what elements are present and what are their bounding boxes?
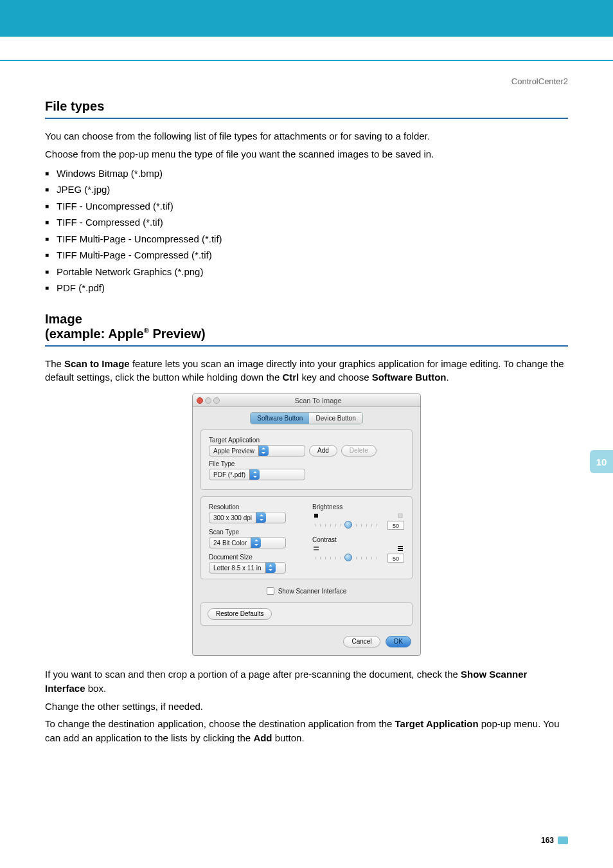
- contrast-slider[interactable]: [315, 557, 381, 559]
- file-types-intro-1: You can choose from the following list o…: [45, 129, 568, 143]
- contrast-low-icon: [312, 545, 320, 552]
- list-item: TIFF Multi-Page - Compressed (*.tif): [45, 247, 568, 264]
- restore-defaults-button[interactable]: Restore Defaults: [208, 608, 272, 620]
- after-para-2: Change the other settings, if needed.: [45, 700, 568, 714]
- close-icon[interactable]: [197, 397, 203, 404]
- minimize-icon: [205, 397, 211, 404]
- svg-rect-11: [398, 514, 402, 518]
- scan-type-label: Scan Type: [209, 529, 301, 536]
- tab-segment: Software Button Device Button: [250, 412, 362, 424]
- tab-software-button[interactable]: Software Button: [251, 413, 309, 424]
- list-item: PDF (*.pdf): [45, 280, 568, 296]
- chapter-tab: 10: [590, 450, 613, 473]
- updown-icon: [258, 446, 269, 456]
- svg-marker-5: [260, 519, 263, 521]
- list-item: TIFF Multi-Page - Uncompressed (*.tif): [45, 231, 568, 248]
- svg-marker-4: [260, 514, 263, 516]
- target-app-label: Target Application: [209, 437, 404, 444]
- contrast-value: 50: [387, 554, 404, 563]
- list-item: TIFF - Uncompressed (*.tif): [45, 198, 568, 215]
- svg-marker-1: [262, 452, 265, 454]
- resolution-select[interactable]: 300 x 300 dpi: [209, 512, 286, 523]
- sun-light-icon: [396, 512, 404, 520]
- zoom-icon: [213, 397, 220, 404]
- svg-marker-3: [253, 476, 257, 478]
- target-app-select[interactable]: Apple Preview: [209, 445, 305, 457]
- updown-icon: [251, 538, 261, 548]
- doc-size-select[interactable]: Letter 8.5 x 11 in: [209, 562, 286, 574]
- brightness-label: Brightness: [312, 503, 404, 511]
- contrast-label: Contrast: [312, 536, 404, 543]
- scan-to-image-dialog: Scan To Image Software Button Device But…: [192, 393, 421, 656]
- delete-button[interactable]: Delete: [341, 445, 377, 457]
- after-para-3: To change the destination application, c…: [45, 717, 568, 745]
- svg-rect-13: [314, 549, 319, 550]
- scan-type-select[interactable]: 24 Bit Color: [209, 537, 286, 548]
- resolution-label: Resolution: [209, 503, 301, 511]
- svg-marker-0: [262, 448, 265, 449]
- sun-dark-icon: [312, 512, 320, 520]
- file-types-list: Windows Bitmap (*.bmp) JPEG (*.jpg) TIFF…: [45, 165, 568, 296]
- section-title-image: Image (example: Apple® Preview): [45, 312, 568, 341]
- svg-rect-12: [314, 547, 319, 548]
- ok-button[interactable]: OK: [386, 636, 411, 647]
- doc-size-label: Document Size: [209, 554, 301, 561]
- header-bar: [0, 0, 613, 61]
- svg-marker-7: [254, 544, 258, 546]
- list-item: Windows Bitmap (*.bmp): [45, 165, 568, 182]
- contrast-high-icon: [396, 545, 404, 552]
- brightness-value: 50: [387, 521, 404, 530]
- svg-rect-10: [314, 514, 318, 518]
- cancel-button[interactable]: Cancel: [343, 636, 380, 647]
- svg-rect-14: [398, 546, 403, 547]
- page-decoration-icon: [558, 836, 568, 844]
- dialog-titlebar[interactable]: Scan To Image: [193, 394, 420, 407]
- show-scanner-checkbox[interactable]: [267, 587, 274, 595]
- divider: [45, 345, 568, 347]
- list-item: JPEG (*.jpg): [45, 181, 568, 198]
- list-item: TIFF - Compressed (*.tif): [45, 214, 568, 231]
- context-label: ControlCenter2: [45, 77, 568, 86]
- svg-rect-15: [398, 548, 403, 549]
- updown-icon: [256, 512, 266, 523]
- add-button[interactable]: Add: [309, 445, 337, 457]
- svg-rect-16: [398, 550, 403, 551]
- updown-icon: [265, 563, 276, 573]
- svg-marker-9: [269, 569, 272, 571]
- svg-marker-2: [253, 471, 257, 473]
- svg-marker-8: [269, 565, 272, 566]
- file-type-label: File Type: [209, 460, 404, 467]
- file-types-intro-2: Choose from the pop-up menu the type of …: [45, 147, 568, 161]
- list-item: Portable Network Graphics (*.png): [45, 264, 568, 280]
- updown-icon: [249, 469, 260, 480]
- image-intro: The Scan to Image feature lets you scan …: [45, 357, 568, 385]
- page-number: 163: [541, 836, 568, 845]
- tab-device-button[interactable]: Device Button: [309, 413, 362, 424]
- after-para-1: If you want to scan and then crop a port…: [45, 667, 568, 696]
- brightness-slider[interactable]: [315, 524, 381, 527]
- show-scanner-label: Show Scanner Interface: [278, 588, 347, 595]
- svg-marker-6: [254, 539, 258, 541]
- dialog-title: Scan To Image: [220, 397, 416, 404]
- file-type-select[interactable]: PDF (*.pdf): [209, 469, 305, 480]
- section-title-file-types: File types: [45, 99, 568, 114]
- divider: [45, 118, 568, 119]
